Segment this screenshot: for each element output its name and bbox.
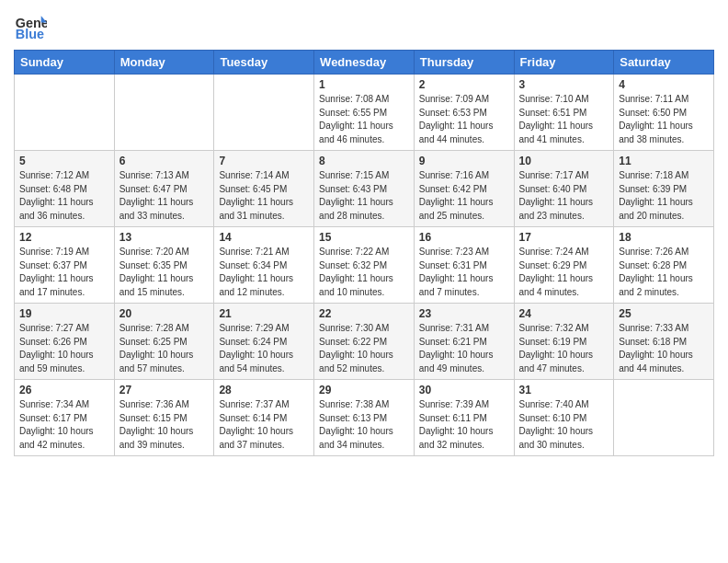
weekday-header-friday: Friday <box>514 51 614 75</box>
weekday-header-tuesday: Tuesday <box>214 51 314 75</box>
weekday-header-row: SundayMondayTuesdayWednesdayThursdayFrid… <box>15 51 714 75</box>
day-number: 18 <box>619 231 709 244</box>
calendar-cell: 17Sunrise: 7:24 AM Sunset: 6:29 PM Dayli… <box>514 227 614 304</box>
calendar-cell: 25Sunrise: 7:33 AM Sunset: 6:18 PM Dayli… <box>614 304 714 380</box>
header: General Blue <box>14 9 714 42</box>
day-info: Sunrise: 7:36 AM Sunset: 6:15 PM Dayligh… <box>119 398 210 452</box>
calendar-cell <box>15 75 115 151</box>
day-number: 17 <box>519 231 609 244</box>
calendar-cell: 14Sunrise: 7:21 AM Sunset: 6:34 PM Dayli… <box>214 227 314 304</box>
calendar-cell: 20Sunrise: 7:28 AM Sunset: 6:25 PM Dayli… <box>114 304 214 380</box>
calendar-cell: 2Sunrise: 7:09 AM Sunset: 6:53 PM Daylig… <box>414 75 514 151</box>
calendar-cell: 13Sunrise: 7:20 AM Sunset: 6:35 PM Dayli… <box>114 227 214 304</box>
day-number: 11 <box>619 155 709 167</box>
day-info: Sunrise: 7:30 AM Sunset: 6:22 PM Dayligh… <box>319 322 409 375</box>
day-info: Sunrise: 7:27 AM Sunset: 6:26 PM Dayligh… <box>19 322 109 375</box>
calendar-cell: 29Sunrise: 7:38 AM Sunset: 6:13 PM Dayli… <box>314 380 415 456</box>
day-info: Sunrise: 7:33 AM Sunset: 6:18 PM Dayligh… <box>619 322 709 375</box>
calendar-cell: 16Sunrise: 7:23 AM Sunset: 6:31 PM Dayli… <box>414 227 514 304</box>
day-info: Sunrise: 7:14 AM Sunset: 6:45 PM Dayligh… <box>219 169 309 223</box>
calendar-cell: 24Sunrise: 7:32 AM Sunset: 6:19 PM Dayli… <box>514 304 614 380</box>
day-number: 7 <box>219 155 309 167</box>
calendar-cell: 22Sunrise: 7:30 AM Sunset: 6:22 PM Dayli… <box>314 304 415 380</box>
svg-text:Blue: Blue <box>16 27 44 41</box>
day-number: 20 <box>119 307 210 320</box>
weekday-header-thursday: Thursday <box>414 51 514 75</box>
calendar-cell: 5Sunrise: 7:12 AM Sunset: 6:48 PM Daylig… <box>15 151 115 227</box>
day-info: Sunrise: 7:12 AM Sunset: 6:48 PM Dayligh… <box>19 169 109 223</box>
day-info: Sunrise: 7:17 AM Sunset: 6:40 PM Dayligh… <box>519 169 609 223</box>
page: General Blue SundayMondayTuesdayWednesda… <box>0 0 728 470</box>
day-info: Sunrise: 7:29 AM Sunset: 6:24 PM Dayligh… <box>219 322 309 375</box>
calendar-cell: 3Sunrise: 7:10 AM Sunset: 6:51 PM Daylig… <box>514 75 614 151</box>
logo: General Blue <box>14 9 49 42</box>
day-number: 14 <box>219 231 309 244</box>
calendar-cell <box>214 75 314 151</box>
calendar-cell: 18Sunrise: 7:26 AM Sunset: 6:28 PM Dayli… <box>614 227 714 304</box>
day-info: Sunrise: 7:09 AM Sunset: 6:53 PM Dayligh… <box>419 93 509 146</box>
logo-icon: General Blue <box>14 9 47 42</box>
day-number: 2 <box>419 78 509 91</box>
calendar-cell: 8Sunrise: 7:15 AM Sunset: 6:43 PM Daylig… <box>314 151 415 227</box>
calendar-week-1: 1Sunrise: 7:08 AM Sunset: 6:55 PM Daylig… <box>15 75 714 151</box>
day-number: 10 <box>519 155 609 167</box>
day-number: 6 <box>119 155 210 167</box>
day-number: 15 <box>319 231 409 244</box>
day-info: Sunrise: 7:21 AM Sunset: 6:34 PM Dayligh… <box>219 246 309 299</box>
day-number: 9 <box>419 155 509 167</box>
weekday-header-monday: Monday <box>114 51 214 75</box>
day-number: 21 <box>219 307 309 320</box>
day-info: Sunrise: 7:24 AM Sunset: 6:29 PM Dayligh… <box>519 246 609 299</box>
calendar-cell: 27Sunrise: 7:36 AM Sunset: 6:15 PM Dayli… <box>114 380 214 456</box>
calendar-week-5: 26Sunrise: 7:34 AM Sunset: 6:17 PM Dayli… <box>15 380 714 456</box>
day-info: Sunrise: 7:40 AM Sunset: 6:10 PM Dayligh… <box>519 398 609 452</box>
calendar-cell: 26Sunrise: 7:34 AM Sunset: 6:17 PM Dayli… <box>15 380 115 456</box>
calendar-table: SundayMondayTuesdayWednesdayThursdayFrid… <box>14 50 714 456</box>
day-info: Sunrise: 7:38 AM Sunset: 6:13 PM Dayligh… <box>319 398 409 452</box>
day-info: Sunrise: 7:19 AM Sunset: 6:37 PM Dayligh… <box>19 246 109 299</box>
day-info: Sunrise: 7:23 AM Sunset: 6:31 PM Dayligh… <box>419 246 509 299</box>
day-number: 8 <box>319 155 409 167</box>
day-number: 22 <box>319 307 409 320</box>
day-info: Sunrise: 7:32 AM Sunset: 6:19 PM Dayligh… <box>519 322 609 375</box>
day-number: 27 <box>119 384 210 396</box>
calendar-cell: 10Sunrise: 7:17 AM Sunset: 6:40 PM Dayli… <box>514 151 614 227</box>
calendar-cell: 7Sunrise: 7:14 AM Sunset: 6:45 PM Daylig… <box>214 151 314 227</box>
day-info: Sunrise: 7:11 AM Sunset: 6:50 PM Dayligh… <box>619 93 709 146</box>
calendar-cell: 19Sunrise: 7:27 AM Sunset: 6:26 PM Dayli… <box>15 304 115 380</box>
day-info: Sunrise: 7:08 AM Sunset: 6:55 PM Dayligh… <box>319 93 409 146</box>
day-number: 13 <box>119 231 210 244</box>
weekday-header-saturday: Saturday <box>614 51 714 75</box>
calendar-cell: 15Sunrise: 7:22 AM Sunset: 6:32 PM Dayli… <box>314 227 415 304</box>
day-number: 12 <box>19 231 109 244</box>
day-info: Sunrise: 7:15 AM Sunset: 6:43 PM Dayligh… <box>319 169 409 223</box>
day-info: Sunrise: 7:10 AM Sunset: 6:51 PM Dayligh… <box>519 93 609 146</box>
day-number: 28 <box>219 384 309 396</box>
calendar-week-2: 5Sunrise: 7:12 AM Sunset: 6:48 PM Daylig… <box>15 151 714 227</box>
day-info: Sunrise: 7:18 AM Sunset: 6:39 PM Dayligh… <box>619 169 709 223</box>
weekday-header-wednesday: Wednesday <box>314 51 415 75</box>
day-info: Sunrise: 7:34 AM Sunset: 6:17 PM Dayligh… <box>19 398 109 452</box>
day-number: 31 <box>519 384 609 396</box>
calendar-cell <box>614 380 714 456</box>
calendar-cell: 21Sunrise: 7:29 AM Sunset: 6:24 PM Dayli… <box>214 304 314 380</box>
day-number: 30 <box>419 384 509 396</box>
day-number: 23 <box>419 307 509 320</box>
calendar-cell: 9Sunrise: 7:16 AM Sunset: 6:42 PM Daylig… <box>414 151 514 227</box>
day-info: Sunrise: 7:22 AM Sunset: 6:32 PM Dayligh… <box>319 246 409 299</box>
day-info: Sunrise: 7:13 AM Sunset: 6:47 PM Dayligh… <box>119 169 210 223</box>
day-info: Sunrise: 7:31 AM Sunset: 6:21 PM Dayligh… <box>419 322 509 375</box>
calendar-cell: 31Sunrise: 7:40 AM Sunset: 6:10 PM Dayli… <box>514 380 614 456</box>
day-info: Sunrise: 7:26 AM Sunset: 6:28 PM Dayligh… <box>619 246 709 299</box>
day-info: Sunrise: 7:20 AM Sunset: 6:35 PM Dayligh… <box>119 246 210 299</box>
calendar-week-4: 19Sunrise: 7:27 AM Sunset: 6:26 PM Dayli… <box>15 304 714 380</box>
day-number: 29 <box>319 384 409 396</box>
calendar-cell: 30Sunrise: 7:39 AM Sunset: 6:11 PM Dayli… <box>414 380 514 456</box>
day-info: Sunrise: 7:28 AM Sunset: 6:25 PM Dayligh… <box>119 322 210 375</box>
day-number: 24 <box>519 307 609 320</box>
day-info: Sunrise: 7:37 AM Sunset: 6:14 PM Dayligh… <box>219 398 309 452</box>
day-number: 19 <box>19 307 109 320</box>
weekday-header-sunday: Sunday <box>15 51 115 75</box>
calendar-cell: 23Sunrise: 7:31 AM Sunset: 6:21 PM Dayli… <box>414 304 514 380</box>
calendar-cell: 4Sunrise: 7:11 AM Sunset: 6:50 PM Daylig… <box>614 75 714 151</box>
